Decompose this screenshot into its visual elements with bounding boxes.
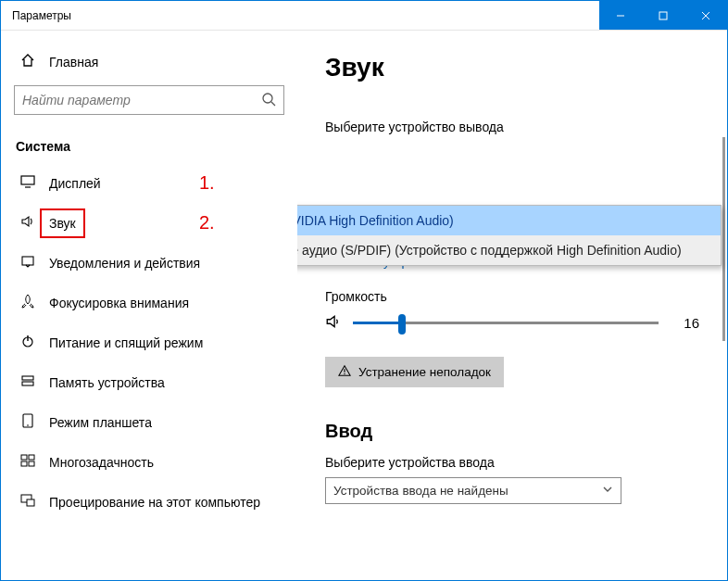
sidebar-item-multitask[interactable]: Многозадачность bbox=[14, 442, 284, 482]
svg-rect-11 bbox=[22, 376, 33, 380]
volume-slider[interactable] bbox=[353, 322, 659, 324]
output-device-label: Выберите устройство вывода bbox=[325, 120, 699, 134]
troubleshoot-label: Устранение неполадок bbox=[358, 365, 491, 379]
sidebar-item-notifications[interactable]: Уведомления и действия bbox=[14, 243, 284, 283]
input-select-value: Устройства ввода не найдены bbox=[333, 484, 508, 498]
home-link[interactable]: Главная bbox=[14, 45, 284, 78]
svg-point-14 bbox=[27, 424, 29, 426]
output-device-dropdown[interactable]: 2769M (NVIDIA High Definition Audio) Циф… bbox=[297, 205, 722, 266]
scrollbar[interactable] bbox=[722, 137, 725, 341]
project-icon bbox=[19, 493, 36, 511]
input-device-label: Выберите устройства ввода bbox=[325, 455, 699, 470]
volume-icon[interactable] bbox=[325, 313, 344, 333]
troubleshoot-button[interactable]: Устранение неполадок bbox=[325, 357, 504, 387]
svg-rect-18 bbox=[29, 461, 34, 466]
search-icon bbox=[261, 92, 276, 109]
svg-rect-20 bbox=[27, 499, 34, 506]
svg-rect-6 bbox=[21, 176, 34, 184]
search-field[interactable] bbox=[22, 93, 261, 107]
sound-icon bbox=[19, 214, 36, 232]
volume-label: Громкость bbox=[325, 289, 699, 304]
sidebar-item-tablet[interactable]: Режим планшета bbox=[14, 402, 284, 442]
dropdown-option[interactable]: 2769M (NVIDIA High Definition Audio) bbox=[297, 206, 721, 235]
svg-rect-15 bbox=[21, 455, 27, 460]
sidebar-item-projecting[interactable]: Проецирование на этот компьютер bbox=[14, 482, 284, 522]
warning-icon bbox=[338, 364, 351, 380]
maximize-button[interactable] bbox=[642, 1, 684, 30]
annotation-one: 1. bbox=[199, 172, 215, 194]
home-icon bbox=[19, 53, 36, 70]
tablet-icon bbox=[19, 413, 36, 431]
svg-rect-16 bbox=[29, 455, 34, 460]
focus-icon bbox=[19, 294, 36, 311]
sidebar-item-power[interactable]: Питание и спящий режим bbox=[14, 322, 284, 362]
sidebar-item-focus[interactable]: Фокусировка внимания bbox=[14, 283, 284, 322]
storage-icon bbox=[19, 373, 36, 391]
notifications-icon bbox=[19, 254, 36, 272]
sidebar-item-storage[interactable]: Память устройства bbox=[14, 362, 284, 402]
input-device-select[interactable]: Устройства ввода не найдены bbox=[325, 477, 621, 504]
sidebar-item-sound[interactable]: Звук 2. bbox=[14, 203, 284, 243]
svg-point-4 bbox=[263, 94, 272, 103]
minimize-button[interactable] bbox=[599, 1, 642, 30]
multitask-icon bbox=[19, 453, 36, 471]
window-title: Параметры bbox=[1, 9, 71, 22]
home-label: Главная bbox=[49, 55, 98, 69]
sidebar-item-label: Звук bbox=[49, 216, 76, 231]
sidebar-item-label: Память устройства bbox=[49, 375, 165, 390]
svg-rect-17 bbox=[21, 461, 27, 466]
svg-rect-8 bbox=[22, 257, 33, 265]
volume-value: 16 bbox=[675, 315, 699, 331]
svg-rect-12 bbox=[22, 382, 33, 385]
sidebar-item-label: Многозадачность bbox=[49, 455, 154, 470]
svg-rect-1 bbox=[659, 12, 667, 19]
page-title: Звук bbox=[325, 53, 699, 82]
power-icon bbox=[19, 334, 36, 351]
close-button[interactable] bbox=[684, 1, 727, 30]
annotation-two: 2. bbox=[199, 212, 215, 234]
svg-line-5 bbox=[271, 102, 275, 106]
sidebar-item-label: Питание и спящий режим bbox=[49, 335, 203, 350]
input-heading: Ввод bbox=[325, 421, 699, 442]
sidebar-item-label: Уведомления и действия bbox=[49, 256, 200, 271]
search-input[interactable] bbox=[14, 85, 284, 115]
chevron-down-icon bbox=[602, 484, 613, 498]
display-icon bbox=[19, 174, 36, 192]
titlebar: Параметры bbox=[1, 1, 727, 31]
sidebar-item-label: Проецирование на этот компьютер bbox=[49, 495, 260, 510]
sidebar-item-label: Режим планшета bbox=[49, 415, 152, 430]
dropdown-option[interactable]: Цифровое аудио (S/PDIF) (Устройство с по… bbox=[297, 235, 721, 265]
sidebar-item-display[interactable]: Дисплей 1. bbox=[14, 163, 284, 203]
sidebar-item-label: Фокусировка внимания bbox=[49, 296, 189, 310]
sidebar: Главная Система Дисплей 1. Звук 2. Уведо… bbox=[1, 31, 297, 580]
slider-thumb[interactable] bbox=[398, 314, 406, 335]
content-pane: Звук Выберите устройство вывода 2769M (N… bbox=[297, 31, 727, 580]
svg-point-23 bbox=[344, 373, 345, 373]
window-controls bbox=[599, 1, 727, 30]
sidebar-item-label: Дисплей bbox=[49, 176, 101, 191]
section-heading: Система bbox=[14, 135, 284, 163]
